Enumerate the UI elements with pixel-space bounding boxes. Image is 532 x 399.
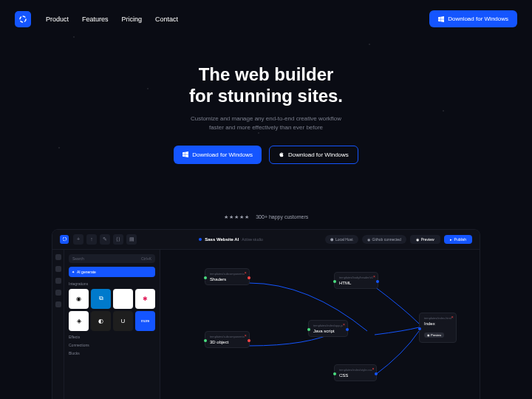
- logo[interactable]: [15, 11, 31, 27]
- hero-download-windows-button[interactable]: Download for Windows: [174, 146, 262, 164]
- preview-button[interactable]: ◉ Preview: [410, 235, 440, 244]
- rail-icon[interactable]: [55, 301, 61, 307]
- editor-toolbar: + ↑ ✎ ⟨⟩ ▤ Sass Website AI Active studio…: [52, 230, 480, 250]
- nav-contact[interactable]: Contact: [155, 16, 178, 23]
- site-header: Product Features Pricing Contact Downloa…: [0, 0, 532, 38]
- unreal-integration[interactable]: U: [113, 311, 133, 331]
- section-header: Blocks: [69, 351, 155, 355]
- search-input[interactable]: SearchCtrl+K: [69, 254, 155, 263]
- windows-icon: [183, 151, 188, 157]
- nav-features[interactable]: Features: [82, 16, 109, 23]
- hero-subtitle: Customize and manage any end-to-end crea…: [15, 115, 517, 132]
- editor-preview: + ↑ ✎ ⟨⟩ ▤ Sass Website AI Active studio…: [52, 229, 480, 399]
- node-shaders[interactable]: ×templates/subcomponentsShaders: [205, 268, 250, 285]
- nav-product[interactable]: Product: [46, 16, 69, 23]
- svg-point-0: [20, 16, 26, 22]
- rail-icon[interactable]: [55, 290, 61, 296]
- publish-button[interactable]: ▸ Publish: [444, 235, 472, 244]
- editor-rail: [52, 250, 64, 399]
- editor-logo: [60, 235, 69, 244]
- layers-icon[interactable]: ▤: [126, 234, 137, 245]
- rail-icon[interactable]: [55, 278, 61, 284]
- slack-integration[interactable]: ✱: [135, 289, 155, 309]
- edit-icon[interactable]: ✎: [100, 234, 110, 245]
- node-css[interactable]: ×templates/index/style.cssCSS: [334, 364, 377, 381]
- vscode-integration[interactable]: ⧉: [91, 289, 111, 309]
- section-header: Effects: [69, 335, 155, 339]
- node-canvas: ×templates/subcomponentsShaders ×templat…: [160, 250, 480, 399]
- github-integration[interactable]: ◉: [69, 289, 89, 309]
- project-title: Sass Website AI: [205, 237, 239, 242]
- add-icon[interactable]: +: [73, 234, 83, 245]
- github-pill[interactable]: ◉ Github connected: [362, 235, 406, 244]
- windows-icon: [438, 16, 444, 22]
- upload-icon[interactable]: ↑: [86, 234, 97, 245]
- rail-icon[interactable]: [55, 254, 61, 260]
- hero-download-mac-button[interactable]: Download for Windows: [269, 146, 358, 164]
- header-download-button[interactable]: Download for Windows: [429, 10, 517, 27]
- svg-point-1: [63, 237, 66, 241]
- main-nav: Product Features Pricing Contact: [46, 16, 178, 23]
- section-header: Connections: [69, 343, 155, 347]
- integration-tile[interactable]: ◈: [69, 311, 89, 331]
- nav-pricing[interactable]: Pricing: [122, 16, 143, 23]
- ai-generate-button[interactable]: ✦ AI generate: [69, 267, 155, 277]
- local-host-pill[interactable]: ⬢ Local Host: [325, 235, 358, 244]
- social-proof: ★★★★★ 300+ happy customers: [0, 208, 532, 222]
- more-integrations[interactable]: more: [135, 311, 155, 331]
- figma-integration[interactable]: ◐: [91, 311, 111, 331]
- hero-section: The web builderfor stunning sites. Custo…: [0, 38, 532, 179]
- docker-integration[interactable]: ▦: [113, 289, 133, 309]
- code-icon[interactable]: ⟨⟩: [113, 234, 123, 245]
- rail-icon[interactable]: [55, 266, 61, 272]
- node-javascript[interactable]: ×templates/index/app.jsJava script: [308, 320, 348, 337]
- editor-side-panel: SearchCtrl+K ✦ AI generate Integrations …: [64, 250, 160, 399]
- node-html[interactable]: ×templates/body/header/v1HTML: [334, 272, 378, 289]
- section-header: Integrations: [69, 282, 155, 286]
- apple-icon: [279, 151, 284, 157]
- node-preview-button[interactable]: ◉ Preview: [424, 332, 444, 338]
- hero-title: The web builderfor stunning sites.: [15, 64, 517, 107]
- node-index[interactable]: ×templates/index.htmlIndex ◉ Preview: [419, 313, 457, 343]
- node-3d-object[interactable]: ×templates/subcomponents3D object: [205, 331, 250, 348]
